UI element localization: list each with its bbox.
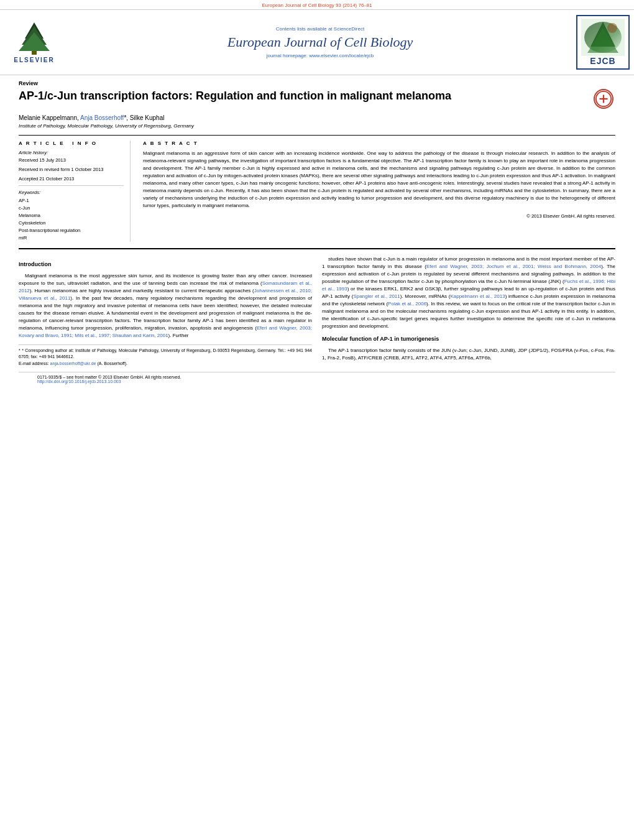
ejcb-logo: EJCB xyxy=(578,15,628,70)
ejcb-journal-image xyxy=(581,19,625,56)
contents-line: Contents lists available at ScienceDirec… xyxy=(68,26,572,32)
ejcb-letters: EJCB xyxy=(581,56,625,66)
body-section: Introduction Malignant melanoma is the m… xyxy=(19,248,615,367)
contents-label: Contents lists available at xyxy=(276,26,333,32)
ref-fuchs-hibi[interactable]: Fuchs et al., 1996; Hibi et al., 1993 xyxy=(322,279,615,292)
kw-post-transcriptional: Post-transcriptional regulation xyxy=(19,227,124,234)
body-col-left: Introduction Malignant melanoma is the m… xyxy=(19,256,312,367)
article-info-heading: A R T I C L E I N F O xyxy=(19,141,124,146)
keywords-list: AP-1 c-Jun Melanoma Cytoskeleton Post-tr… xyxy=(19,197,124,242)
footnote-star: * * Corresponding author at: Institute o… xyxy=(19,348,312,361)
journal-main-title: European Journal of Cell Biology xyxy=(68,34,572,50)
journal-top-bar: European Journal of Cell Biology 93 (201… xyxy=(0,0,634,9)
ref-spangler[interactable]: Spangler et al., 2011 xyxy=(353,293,400,299)
kw-mir: miR xyxy=(19,234,124,242)
journal-citation: European Journal of Cell Biology 93 (201… xyxy=(262,2,372,8)
kw-cytoskeleton: Cytoskeleton xyxy=(19,219,124,227)
keywords-label: Keywords: xyxy=(19,190,124,195)
intro-paragraph-right: studies have shown that c-Jun is a main … xyxy=(322,256,615,330)
molecular-paragraph-1: The AP-1 transcription factor family con… xyxy=(322,347,615,362)
article-info-col: A R T I C L E I N F O Article history: R… xyxy=(19,141,131,242)
crossmark-icon xyxy=(595,90,612,108)
divider-1 xyxy=(19,185,124,186)
author-anja[interactable]: Anja Bosserhoff xyxy=(80,114,124,121)
ref-polak[interactable]: Polak et al., 2006 xyxy=(388,301,426,307)
abstract-text: Malignant melanoma is an aggressive form… xyxy=(143,150,615,210)
abstract-col: A B S T R A C T Malignant melanoma is an… xyxy=(143,141,615,242)
footnote-section: * * Corresponding author at: Institute o… xyxy=(19,344,312,367)
email-label: E-mail address: xyxy=(19,361,49,366)
svg-rect-4 xyxy=(32,51,37,55)
history-label: Article history: xyxy=(19,150,124,155)
article-type-label: Review xyxy=(19,80,615,86)
svg-point-9 xyxy=(607,23,617,33)
revised-date: Received in revised form 1 October 2013 xyxy=(19,167,124,172)
elsevier-wordmark: ELSEVIER xyxy=(14,57,54,63)
molecular-section-heading: Molecular function of AP-1 in tumorigene… xyxy=(322,335,615,344)
author-asterisk: *, xyxy=(124,114,129,121)
homepage-line: journal homepage: www.elsevier.com/locat… xyxy=(68,53,572,58)
elsevier-logo: ELSEVIER xyxy=(6,21,62,63)
footnote-email: E-mail address: anja.bosserhoff@ukr.de (… xyxy=(19,361,312,367)
ref-eferl-kovary[interactable]: Eferl and Wagner, 2003; Kovary and Bravo… xyxy=(19,325,312,338)
doi-link[interactable]: http://dx.doi.org/10.1016/j.ejcb.2013.10… xyxy=(37,379,597,384)
article-info-row: A R T I C L E I N F O Article history: R… xyxy=(19,135,615,242)
email-link[interactable]: anja.bosserhoff@ukr.de xyxy=(50,361,96,366)
abstract-heading: A B S T R A C T xyxy=(143,141,615,146)
homepage-label: journal homepage: xyxy=(267,53,308,58)
homepage-link[interactable]: www.elsevier.com/locate/ejcb xyxy=(309,53,374,58)
kw-cjun: c-Jun xyxy=(19,205,124,212)
received-date: Received 15 July 2013 xyxy=(19,157,124,163)
author-silke: Silke Kuphal xyxy=(130,114,165,121)
email-suffix: (A. Bosserhoff). xyxy=(97,361,127,366)
issn-notice: 0171-9335/$ – see front matter © 2013 El… xyxy=(37,375,597,379)
intro-paragraph-1: Malignant melanoma is the most aggressiv… xyxy=(19,272,312,339)
author-melanie: Melanie Kappelmann, xyxy=(19,114,80,121)
family-word: family xyxy=(188,318,201,323)
accepted-date: Accepted 21 October 2013 xyxy=(19,176,124,182)
bottom-bar: 0171-9335/$ – see front matter © 2013 El… xyxy=(19,372,615,386)
ref-eferl-jochum[interactable]: Eferl and Wagner, 2003; Jochum et al., 2… xyxy=(426,264,601,269)
affiliation: Institute of Pathology, Molecular Pathol… xyxy=(19,123,615,129)
sciencedirect-link[interactable]: ScienceDirect xyxy=(334,26,364,32)
keywords-section: Keywords: AP-1 c-Jun Melanoma Cytoskelet… xyxy=(19,190,124,242)
crossmark-badge xyxy=(594,89,615,111)
article-title: AP-1/c-Jun transcription factors: Regula… xyxy=(19,89,587,103)
journal-header: ELSEVIER Contents lists available at Sci… xyxy=(0,9,634,75)
introduction-heading: Introduction xyxy=(19,261,312,269)
ref-johannessen[interactable]: Johannessen et al., 2010; Villanueva et … xyxy=(19,288,312,301)
kw-ap1: AP-1 xyxy=(19,197,124,205)
copyright-notice: © 2013 Elsevier GmbH. All rights reserve… xyxy=(143,213,615,219)
authors-line: Melanie Kappelmann, Anja Bosserhoff*, Si… xyxy=(19,114,615,121)
elsevier-tree-icon xyxy=(12,21,56,55)
kw-melanoma: Melanoma xyxy=(19,212,124,219)
ref-kappelmann[interactable]: Kappelmann et al., 2013 xyxy=(450,293,505,299)
body-col-right: studies have shown that c-Jun is a main … xyxy=(322,256,615,367)
journal-title-block: Contents lists available at ScienceDirec… xyxy=(68,26,572,58)
